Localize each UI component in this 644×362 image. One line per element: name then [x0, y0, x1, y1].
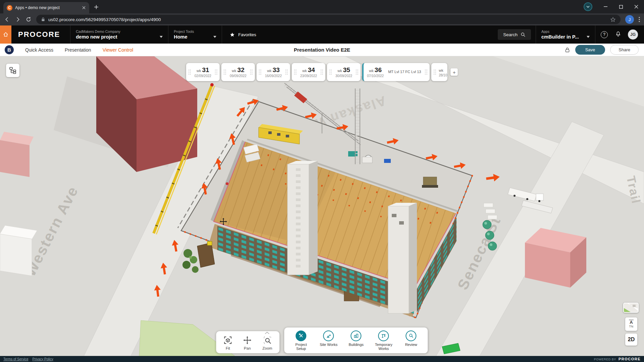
scene-tree-button[interactable]: [6, 64, 19, 77]
timeline-week-35[interactable]: wk35 30/09/2022: [327, 63, 361, 81]
zoom-button[interactable]: Zoom: [262, 336, 272, 350]
timeline-week-36-active[interactable]: wk36 07/10/2022 MT Lvl 17 FC Lvl 13: [362, 63, 430, 81]
privacy-link[interactable]: Privacy Policy: [32, 357, 53, 361]
help-icon[interactable]: ?: [601, 31, 608, 38]
lock-icon[interactable]: [565, 47, 570, 53]
window-close-button[interactable]: [629, 0, 644, 13]
collapse-chevron-icon[interactable]: [265, 332, 270, 334]
zoom-label: Zoom: [262, 346, 272, 350]
company-project-selector[interactable]: CadMakers Demo Company demo new project: [70, 25, 168, 44]
drag-handle-icon[interactable]: [433, 69, 436, 75]
drag-handle-icon[interactable]: [250, 69, 253, 75]
browser-menu-icon[interactable]: [639, 17, 640, 22]
cmbuilder-logo[interactable]: B: [5, 45, 14, 54]
search-label: Search: [503, 32, 518, 37]
tools-label: Project Tools: [174, 29, 216, 34]
drag-handle-icon[interactable]: [294, 69, 297, 75]
viewer-canvas[interactable]: Western Ave Seneca St Trail Alaskan Way: [0, 56, 644, 356]
buildings-icon: [351, 330, 362, 341]
drag-handle-icon[interactable]: [425, 69, 428, 75]
forward-icon[interactable]: [15, 16, 21, 22]
nav-presentation[interactable]: Presentation: [65, 47, 91, 53]
nav-quick-access[interactable]: Quick Access: [25, 47, 53, 53]
chevron-down-icon: [213, 36, 216, 38]
milestone-note: MT Lvl 17 FC Lvl 13: [386, 70, 424, 74]
star-icon: [229, 32, 235, 38]
search-button[interactable]: Search: [498, 29, 531, 40]
nav-viewer-control[interactable]: Viewer Control: [103, 47, 133, 53]
week-number: 33: [273, 66, 280, 73]
project-name: demo new project: [76, 34, 117, 40]
save-button[interactable]: Save: [575, 45, 605, 55]
timeline-week-32[interactable]: wk32 09/09/2022: [221, 63, 255, 81]
browser-tab[interactable]: C Apps • demo new project: [3, 2, 89, 13]
drag-handle-icon[interactable]: [285, 69, 288, 75]
temporary-works-button[interactable]: Temporary Works: [373, 330, 394, 351]
buildings-button[interactable]: Buildings: [345, 330, 367, 351]
drag-handle-icon[interactable]: [320, 69, 323, 75]
url-field[interactable]: us02.procore.com/562949953705078/project…: [36, 15, 621, 24]
week-prefix: wk: [302, 69, 307, 73]
timeline-week-31[interactable]: wk31 02/09/2022: [186, 63, 220, 81]
favorites-button[interactable]: Favorites: [222, 25, 263, 44]
week-date: 30/09/2022: [335, 74, 352, 78]
site-works-label: Site Works: [320, 343, 337, 347]
reload-icon[interactable]: [25, 16, 32, 22]
drag-handle-icon[interactable]: [215, 69, 218, 75]
fit-button[interactable]: Fit: [223, 336, 232, 350]
procore-logo[interactable]: PROCORE: [18, 30, 60, 39]
week-prefix: wk: [369, 69, 373, 73]
drag-handle-icon[interactable]: [223, 69, 226, 75]
presentation-title: Presentation Video E2E: [294, 47, 350, 53]
true-north-button[interactable]: A TN: [625, 317, 637, 331]
week-number: 31: [202, 66, 209, 73]
back-icon[interactable]: [4, 16, 10, 22]
drag-handle-icon[interactable]: [329, 69, 332, 75]
window-maximize-button[interactable]: [613, 0, 629, 13]
toggle-2d-button[interactable]: 2D: [625, 334, 637, 346]
week-number: 34: [308, 66, 315, 73]
review-button[interactable]: Review: [400, 330, 422, 351]
timeline-week-34[interactable]: wk34 23/09/2022: [292, 63, 325, 81]
window-minimize-button[interactable]: [598, 0, 613, 13]
tab-close-icon[interactable]: [82, 6, 86, 10]
timeline-week-33[interactable]: wk33 16/09/2022: [257, 63, 290, 81]
home-icon[interactable]: [0, 25, 11, 44]
minimap-button[interactable]: [623, 303, 639, 313]
site-works-button[interactable]: Site Works: [318, 330, 339, 351]
week-prefix: wk: [267, 69, 271, 73]
app-subnav: B Quick Access Presentation Viewer Contr…: [0, 44, 644, 56]
apps-selector[interactable]: Apps cmBuilder in P...: [536, 25, 595, 44]
favorites-label: Favorites: [238, 32, 256, 37]
site-works-icon: [323, 330, 334, 341]
notifications-bell-icon[interactable]: [615, 31, 621, 38]
drag-handle-icon[interactable]: [356, 69, 359, 75]
tab-title: Apps • demo new project: [15, 5, 79, 10]
week-date: 23/09/2022: [300, 74, 317, 78]
add-week-button[interactable]: +: [450, 68, 458, 76]
pan-button[interactable]: Pan: [243, 336, 252, 350]
minimap-icon: [624, 303, 638, 312]
user-avatar[interactable]: JG: [628, 29, 638, 40]
viewer-3d-scene[interactable]: Western Ave Seneca St Trail Alaskan Way: [0, 56, 644, 356]
browser-profile-avatar[interactable]: J: [625, 15, 634, 24]
project-tools-selector[interactable]: Project Tools Home: [168, 25, 222, 44]
mode-tools-card: Project Setup Site Works Buildings Tempo…: [284, 327, 428, 353]
project-setup-button[interactable]: Project Setup: [290, 330, 312, 351]
week-number: 32: [237, 66, 245, 73]
fit-icon: [223, 336, 232, 345]
terms-link[interactable]: Terms of Service: [3, 357, 28, 361]
drag-handle-icon[interactable]: [188, 69, 191, 75]
browser-chevron-icon[interactable]: [584, 2, 592, 11]
week-number: 36: [375, 66, 382, 73]
search-icon: [521, 32, 526, 37]
week-prefix: wk: [337, 69, 342, 73]
new-tab-button[interactable]: [91, 2, 101, 12]
bookmark-star-icon[interactable]: [610, 17, 616, 22]
app-footer: Terms of Service Privacy Policy POWERED …: [0, 356, 644, 362]
timeline-week-clipped[interactable]: wk 28/10: [431, 63, 447, 81]
temporary-works-label: Temporary Works: [373, 343, 394, 351]
share-button[interactable]: Share: [610, 45, 639, 55]
drag-handle-icon[interactable]: [259, 69, 262, 75]
apps-label: Apps: [541, 29, 590, 34]
